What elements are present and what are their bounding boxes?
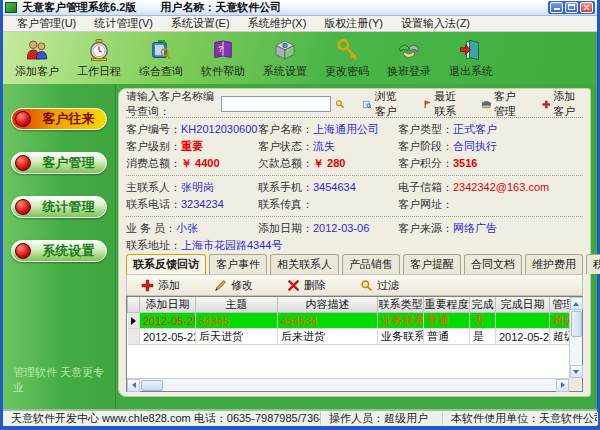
sidebar-item-customer-contacts[interactable]: 客户往来 [11,108,107,130]
search-label: 请输入客户名称编号查询： [126,89,217,119]
sidebar-item-customer-management[interactable]: 客户管理 [11,152,107,174]
tab-contract-docs[interactable]: 合同文档 [464,254,522,274]
menu-customer-management[interactable]: 客户管理(U) [9,15,84,32]
field-customer-stage: 客户阶段：合同执行 [398,138,583,155]
menu-input-method[interactable]: 设置输入法(Z) [393,15,478,32]
toolbar-change-password[interactable]: 更改密码 [319,38,375,79]
row-marker [128,329,140,345]
delete-record-icon [287,279,300,292]
scroll-up-button[interactable] [570,297,583,310]
recent-contacts-button[interactable]: 最近联系 [423,89,465,119]
toolbar-software-help[interactable]: ? 软件帮助 [195,38,251,79]
customer-management-button[interactable]: 客户管理 [482,89,524,119]
tab-related-contacts[interactable]: 相关联系人 [270,254,339,274]
field-customer-type: 客户类型：正式客户 [398,121,583,138]
horizontal-scroll-thumb[interactable] [141,380,163,391]
vertical-scrollbar[interactable] [569,297,582,378]
menu-system-settings[interactable]: 系统设置(E) [163,15,238,32]
title-bar: 天意客户管理系统6.2版 用户名称：天意软件公司 [3,0,597,16]
window-title: 天意客户管理系统6.2版 [22,0,136,15]
recent-contact-icon [423,98,432,111]
col-importance[interactable]: 重要程度 [424,297,470,313]
add-record-button[interactable]: 添加 [141,278,180,293]
customer-manage-icon [482,98,491,111]
field-total-consumption: 消费总额：￥ 4400 [126,155,258,172]
menu-statistics-management[interactable]: 统计管理(V) [86,15,161,32]
exit-system-icon [458,38,484,62]
record-toolbar: 添加 修改 删除 过滤 [126,274,583,296]
menu-system-maintenance[interactable]: 系统维护(X) [240,15,315,32]
col-add-date[interactable]: 添加日期 [140,297,196,313]
menu-copyright-register[interactable]: 版权注册(Y) [316,15,391,32]
minimize-button[interactable] [550,2,563,13]
vertical-scroll-thumb[interactable] [571,311,582,337]
add-customer-small-icon [542,98,551,111]
field-email: 电子信箱：2342342@163.com [398,179,583,196]
delete-record-button[interactable]: 删除 [287,278,326,293]
main-body: 客户往来 客户管理 统计管理 系统设置 管理软件 天意更专业 请输入客户名称编号… [3,84,597,409]
table-row[interactable]: 2012-05-25 34345 454534 业务联系 普通 否 超级用户 [128,313,570,329]
tab-customer-reminder[interactable]: 客户提醒 [403,254,461,274]
field-salesman: 业 务 员：小张 [126,220,258,237]
current-row-marker [128,313,140,329]
tab-product-sales[interactable]: 产品销售 [342,254,400,274]
sidebar-item-system-settings[interactable]: 系统设置 [11,240,107,262]
toolbar-work-schedule[interactable]: 工作日程 [71,38,127,79]
close-button[interactable] [580,2,593,13]
scroll-right-button[interactable] [556,379,569,392]
window-user-label: 用户名称：天意软件公司 [160,0,281,15]
divider [126,175,583,176]
browse-customers-button[interactable]: 浏览客户 [363,89,405,119]
sidebar-item-statistics-management[interactable]: 统计管理 [11,196,107,218]
search-row: 请输入客户名称编号查询： 浏览客户 [126,94,583,114]
scroll-down-button[interactable] [570,365,583,378]
col-contact-type[interactable]: 联系类型 [378,297,424,313]
col-description[interactable]: 内容描述 [278,297,378,313]
edit-record-button[interactable]: 修改 [214,278,253,293]
field-main-contact: 主联系人：张明岗 [126,179,258,196]
tab-contact-feedback[interactable]: 联系反馈回访 [126,254,206,274]
col-admin[interactable]: 管理员 [550,297,570,313]
toolbar-combined-query[interactable]: 综合查询 [133,38,189,79]
close-icon [581,3,592,12]
toolbar-shift-login[interactable]: 换班登录 [381,38,437,79]
red-button-icon [15,155,31,171]
add-customer-icon [24,38,50,62]
maximize-button[interactable] [565,2,578,13]
field-add-date: 添加日期：2012-03-06 [258,220,398,237]
sidebar-slogan: 管理软件 天意更专业 [3,365,115,395]
search-icon[interactable] [335,97,345,111]
divider [126,216,583,217]
filter-record-button[interactable]: 过滤 [360,278,399,293]
field-address: 联系地址：上海市花园路4344号 [126,237,583,254]
scroll-left-button[interactable] [127,379,140,392]
field-customer-points: 客户积分：3516 [398,155,583,172]
col-done-date[interactable]: 完成日期 [496,297,550,313]
table-row[interactable]: 2012-05-22 后天进货 后来进货 业务联系 普通 是 2012-05-2… [128,329,570,345]
add-customer-button[interactable]: 添加客户 [542,89,584,119]
horizontal-scrollbar[interactable] [127,378,569,391]
toolbar-exit-system[interactable]: 退出系统 [443,38,499,79]
customer-search-input[interactable] [221,96,331,112]
field-customer-name: 客户名称：上海通用公司 [258,121,398,138]
tab-points-management[interactable]: 积分管理 [586,254,600,274]
customer-details: 客户编号：KH201203060001 客户名称：上海通用公司 客户类型：正式客… [126,121,583,172]
minimize-icon [554,8,560,10]
work-schedule-icon [86,38,112,62]
toolbar-add-customer[interactable]: 添加客户 [9,38,65,79]
field-customer-level: 客户级别：重要 [126,138,258,155]
toolbar-system-settings[interactable]: 系统设置 [257,38,313,79]
system-settings-icon [272,38,298,62]
col-subject[interactable]: 主题 [196,297,278,313]
field-website: 客户网址： [398,196,583,213]
tab-maintenance-fees[interactable]: 维护费用 [525,254,583,274]
col-done[interactable]: 完成 [470,297,496,313]
edit-record-icon [214,279,227,292]
tab-customer-events[interactable]: 客户事件 [209,254,267,274]
app-window: 天意客户管理系统6.2版 用户名称：天意软件公司 客户管理(U) 统计管理(V)… [0,0,600,430]
sales-details: 业 务 员：小张 添加日期：2012-03-06 客户来源：网络广告 联系地址：… [126,220,583,254]
software-help-icon: ? [210,38,236,62]
browse-customer-icon [363,98,372,111]
change-password-icon [334,38,360,62]
arrow-left-icon [132,382,136,388]
